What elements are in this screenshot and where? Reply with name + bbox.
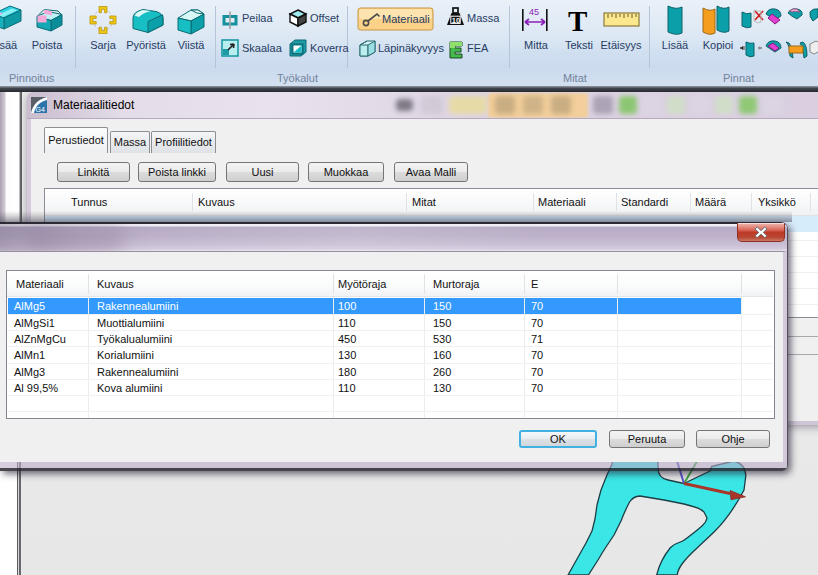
svg-text:10: 10: [452, 16, 460, 25]
svg-text:G4: G4: [36, 106, 45, 113]
svg-text:T: T: [568, 5, 587, 37]
svg-text:45: 45: [529, 7, 539, 17]
